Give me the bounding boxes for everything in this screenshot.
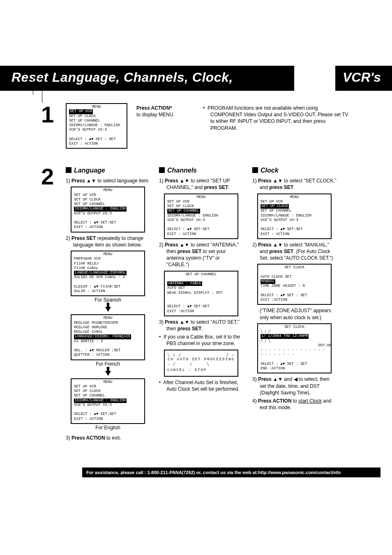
down-arrow-icon (105, 371, 111, 376)
osd-set-clock-date: SET CLOCK ╲ | ╱ 1/ 1/2004 THU 12:00PM ╱ … (257, 323, 332, 374)
osd-menu-step1: MENU SET UP VCR SET UP CLOCK SET UP CHAN… (66, 103, 127, 149)
channels-column: Channels 1) Press ▲▼ to select "SET UP C… (159, 165, 243, 394)
clock-column: Clock 1) Press ▲▼ to select "SET CLOCK,"… (252, 165, 337, 412)
title-left: Reset Language, Channels, Clock, (0, 66, 294, 91)
osd-channel-menu: MENU SET UP VCRSET UP CLOCK SET UP CHANN… (164, 193, 238, 239)
osd-set-clock-manual: SET CLOCK AUTO CLOCK SET MANUALTIME ZONE… (257, 264, 332, 305)
press-action-text: Press ACTION*to display MENU. (136, 105, 194, 118)
program-note: • PROGRAM functions are not available wh… (203, 105, 351, 131)
step-1: 1 MENU SET UP VCR SET UP CLOCK SET UP CH… (66, 103, 351, 149)
footer-assistance: For assistance, please call : 1-800-211-… (82, 467, 380, 477)
osd-lang-english-2: MENU SET UP VCRSET UP CLOCKSET UP CHANNE… (71, 378, 145, 424)
osd-lang-english-1: MENU SET UP VCRSET UP CLOCKSET UP CHANNE… (71, 187, 145, 232)
step-2: 2 Language 1) Press ▲▼ to select languag… (66, 165, 351, 443)
osd-auto-set: ╲ | ╱ ╱ ─ CH AUTO SET PROCEEDING ─ ╱ | ╲… (164, 350, 238, 377)
step-number-2: 2 (41, 165, 54, 188)
osd-clock-menu: MENU SET UP VCR SET UP CLOCKSET UP CHANN… (257, 193, 332, 239)
step-number-1: 1 (41, 103, 54, 126)
title-banner: Reset Language, Channels, Clock, VCR's (0, 66, 392, 91)
language-column: Language 1) Press ▲▼ to select language … (66, 165, 150, 443)
osd-setup-channel: SET UP CHANNEL ANTENNA : CABLEAUTO SETWE… (164, 271, 238, 316)
osd-lang-spanish: MENU PREPARAR VCRFIJAR RELOJFIJAR CANAL … (71, 251, 145, 296)
down-arrow-icon (105, 307, 111, 312)
osd-lang-french: MENU REGLAGE MAGNETOSCOPEREGLAGE HORLOGE… (71, 314, 145, 360)
title-right: VCR's (335, 66, 392, 91)
